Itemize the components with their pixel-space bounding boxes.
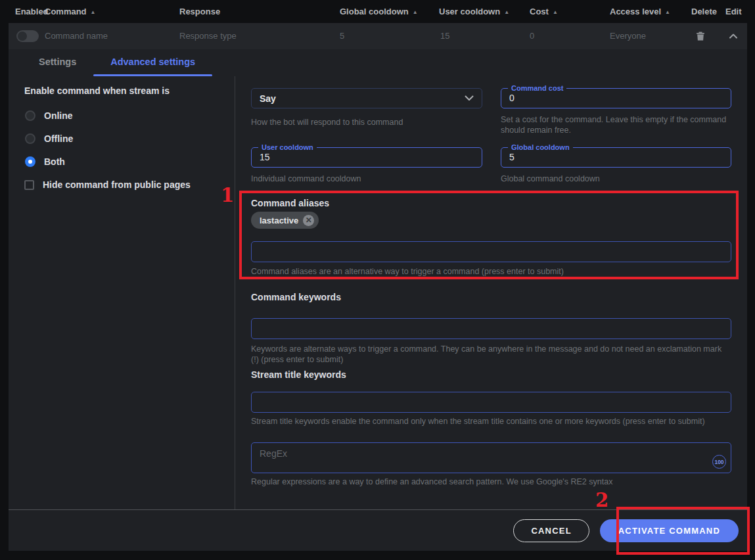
radio-offline[interactable]: Offline [25, 133, 73, 144]
col-enabled: Enabled [15, 0, 49, 23]
col-edit: Edit [725, 0, 742, 23]
panel-divider [235, 76, 235, 509]
commands-table-header: Enabled Command▲ Response Global cooldow… [0, 0, 755, 23]
editor-body: Enable command when stream is Online Off… [9, 76, 747, 509]
collapse-row-icon[interactable] [728, 32, 739, 41]
keywords-label: Command keywords [251, 292, 341, 302]
enabled-toggle[interactable] [16, 30, 39, 42]
chevron-down-icon [465, 95, 474, 101]
sort-asc-icon: ▲ [553, 9, 558, 15]
aliases-helper: Command aliases are an alternative way t… [251, 266, 731, 277]
hide-command-checkbox[interactable]: Hide command from public pages [24, 179, 191, 190]
global-cooldown-helper: Global command cooldown [501, 174, 731, 184]
tab-advanced-settings[interactable]: Advanced settings [93, 49, 212, 76]
user-cooldown-label: User cooldown [258, 143, 317, 152]
editor-footer: CANCEL ACTIVATE COMMAND [9, 509, 747, 551]
global-cooldown-cell: 5 [340, 23, 344, 49]
radio-icon [25, 110, 35, 121]
col-global-cooldown[interactable]: Global cooldown▲ [340, 0, 418, 23]
radio-selected-icon [25, 156, 35, 167]
command-name-cell[interactable]: Command name [45, 23, 108, 49]
command-cost-helper: Set a cost for the command. Leave this e… [501, 114, 731, 135]
regex-input[interactable] [252, 443, 731, 473]
sort-asc-icon: ▲ [91, 9, 96, 15]
col-delete: Delete [691, 0, 717, 23]
keywords-helper: Keywords are alternate ways to trigger a… [251, 344, 731, 365]
user-cooldown-helper: Individual command cooldown [251, 174, 482, 184]
col-response: Response [179, 0, 220, 23]
global-cooldown-label: Global cooldown [508, 143, 573, 152]
response-type-select[interactable]: Say [251, 88, 482, 108]
sort-asc-icon: ▲ [504, 9, 509, 15]
aliases-label: Command aliases [251, 198, 329, 208]
activate-command-button[interactable]: ACTIVATE COMMAND [600, 519, 739, 542]
command-editor-card: Command name Response type 5 15 0 Everyo… [9, 23, 747, 551]
stream-title-keywords-label: Stream title keywords [251, 369, 346, 380]
commands-page: Enabled Command▲ Response Global cooldow… [0, 0, 755, 560]
stream-title-keywords-helper: Stream title keywords enable the command… [251, 416, 731, 427]
user-cooldown-field[interactable]: User cooldown 15 [251, 147, 482, 168]
regex-input-wrap: 100 [251, 442, 731, 473]
remove-chip-icon[interactable]: ✕ [303, 215, 314, 226]
aliases-input[interactable] [251, 241, 731, 262]
editor-tabs: Settings Advanced settings [9, 49, 747, 76]
radio-icon [25, 133, 35, 144]
stream-state-title: Enable command when stream is [24, 85, 170, 96]
advanced-form: Say How the bot will respond to this com… [251, 76, 731, 509]
aliases-chip-list: lastactive ✕ [251, 212, 319, 229]
response-type-helper: How the bot will respond to this command [251, 117, 482, 128]
radio-both[interactable]: Both [25, 156, 65, 167]
alias-chip: lastactive ✕ [251, 212, 319, 229]
command-cost-field[interactable]: Command cost 0 [501, 88, 731, 108]
regex-counter-badge: 100 [712, 455, 726, 469]
command-row: Command name Response type 5 15 0 Everyo… [9, 23, 747, 49]
user-cooldown-cell: 15 [440, 23, 449, 49]
col-cost[interactable]: Cost▲ [530, 0, 558, 23]
sort-asc-icon: ▲ [413, 9, 418, 15]
col-user-cooldown[interactable]: User cooldown▲ [439, 0, 509, 23]
response-type-cell[interactable]: Response type [179, 23, 237, 49]
radio-online[interactable]: Online [25, 110, 73, 121]
command-cost-label: Command cost [508, 84, 566, 93]
access-level-cell: Everyone [610, 23, 646, 49]
checkbox-icon [24, 180, 34, 190]
col-command[interactable]: Command▲ [45, 0, 95, 23]
cost-cell: 0 [530, 23, 534, 49]
tab-settings[interactable]: Settings [22, 49, 93, 76]
col-access-level[interactable]: Access level▲ [610, 0, 670, 23]
sort-asc-icon: ▲ [665, 9, 670, 15]
cancel-button[interactable]: CANCEL [513, 519, 589, 542]
toggle-knob [18, 32, 27, 41]
stream-title-keywords-input[interactable] [251, 392, 731, 413]
keywords-input[interactable] [251, 318, 731, 339]
trash-icon[interactable] [695, 31, 706, 41]
global-cooldown-field[interactable]: Global cooldown 5 [501, 147, 731, 168]
regex-helper: Regular expressions are a way to define … [251, 477, 731, 487]
